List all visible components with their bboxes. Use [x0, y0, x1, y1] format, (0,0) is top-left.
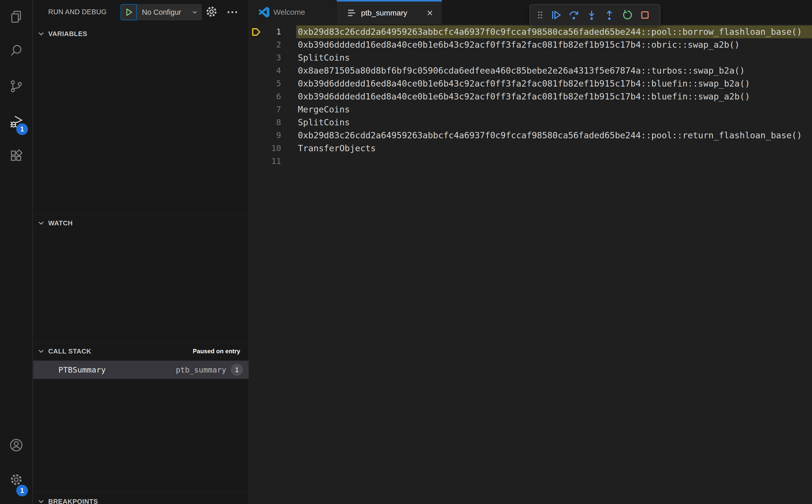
code-line[interactable]: 20xb39d6dddedd16ed8a40ce0b1e6b43c92acf0f…: [249, 38, 812, 51]
account-icon: [9, 438, 23, 452]
run-config-combo: No Configur: [121, 4, 202, 20]
line-text: 0xb39d6dddedd16ed8a40ce0b1e6b43c92acf0ff…: [298, 77, 750, 90]
line-number[interactable]: 7: [249, 103, 281, 116]
debug-badge: 1: [16, 123, 28, 135]
step-into-button[interactable]: [584, 7, 600, 23]
activity-item-accounts[interactable]: [0, 433, 32, 457]
variables-section-label: VARIABLES: [48, 30, 87, 38]
line-number[interactable]: 4: [249, 64, 281, 77]
vscode-window: 1 1 RUN AND DEBUG: [0, 0, 812, 504]
chevron-down-icon: [37, 347, 45, 356]
activity-item-source-control[interactable]: [0, 74, 32, 98]
step-over-icon: [568, 9, 580, 21]
tab-label: ptb_summary: [361, 9, 407, 17]
debug-settings-button[interactable]: [205, 5, 219, 19]
line-text: MergeCoins: [298, 103, 350, 116]
line-number[interactable]: 1: [249, 25, 281, 38]
code-line[interactable]: 90xb29d83c26cdd2a64959263abbcfc4a6937f0c…: [249, 129, 812, 142]
restart-button[interactable]: [619, 7, 635, 23]
code-line[interactable]: 60xb39d6dddedd16ed8a40ce0b1e6b43c92acf0f…: [249, 90, 812, 103]
line-text: 0xb39d6dddedd16ed8a40ce0b1e6b43c92acf0ff…: [298, 90, 750, 103]
run-config-label: No Configur: [142, 8, 189, 16]
chevron-down-icon: [37, 219, 45, 227]
list-icon: [346, 8, 357, 18]
ellipsis-icon: [226, 6, 239, 19]
watch-section: WATCH: [33, 214, 248, 230]
line-text: 0xb29d83c26cdd2a64959263abbcfc4a6937f0c9…: [298, 129, 802, 142]
run-and-debug-sidebar: RUN AND DEBUG No Configur: [33, 0, 249, 504]
breakpoints-section-header[interactable]: BREAKPOINTS: [33, 494, 248, 504]
code-line[interactable]: 50xb39d6dddedd16ed8a40ce0b1e6b43c92acf0f…: [249, 77, 812, 90]
frame-file: ptb_summary: [176, 365, 226, 374]
call-stack-frame-row[interactable]: PTBSummaryptb_summary1: [33, 361, 248, 379]
call-stack-section-header[interactable]: CALL STACK Paused on entry: [33, 344, 248, 359]
search-icon: [9, 44, 23, 58]
call-stack-status: Paused on entry: [193, 348, 240, 355]
call-stack-frames: PTBSummaryptb_summary1: [33, 361, 248, 379]
activity-item-explorer[interactable]: [0, 5, 32, 29]
step-over-button[interactable]: [566, 7, 582, 23]
activity-item-extensions[interactable]: [0, 144, 32, 168]
code-line[interactable]: 7MergeCoins: [249, 103, 812, 116]
line-text: TransferObjects: [298, 142, 376, 155]
frame-name: PTBSummary: [58, 365, 106, 374]
line-number[interactable]: 5: [249, 77, 281, 90]
line-number[interactable]: 3: [249, 51, 281, 64]
stop-icon: [639, 9, 651, 21]
activity-item-search[interactable]: [0, 39, 32, 63]
line-text: 0xb39d6dddedd16ed8a40ce0b1e6b43c92acf0ff…: [298, 38, 740, 51]
line-number[interactable]: 10: [249, 142, 281, 155]
step-out-icon: [604, 9, 615, 21]
line-text: 0xb29d83c26cdd2a64959263abbcfc4a6937f0c9…: [298, 25, 802, 38]
debug-toolbar: [530, 4, 660, 26]
call-stack-section-label: CALL STACK: [48, 347, 91, 355]
close-icon[interactable]: [425, 8, 435, 18]
frame-badge: 1: [231, 364, 243, 376]
activity-bar: 1 1: [0, 0, 33, 504]
code-line[interactable]: 10xb29d83c26cdd2a64959263abbcfc4a6937f0c…: [249, 25, 812, 38]
line-number[interactable]: 6: [249, 90, 281, 103]
run-config-dropdown[interactable]: No Configur: [137, 4, 202, 20]
line-number[interactable]: 9: [249, 129, 281, 142]
tab-label: Welcome: [273, 8, 305, 16]
source-control-icon: [9, 79, 23, 93]
line-text: SplitCoins: [298, 116, 350, 129]
step-out-button[interactable]: [602, 7, 617, 23]
extensions-icon: [9, 149, 23, 163]
tab-welcome[interactable]: Welcome: [249, 0, 337, 24]
line-number[interactable]: 2: [249, 38, 281, 51]
start-debugging-button[interactable]: [121, 4, 137, 20]
sidebar-header: RUN AND DEBUG No Configur: [33, 0, 248, 24]
continue-icon: [550, 9, 562, 21]
settings-badge: 1: [16, 485, 28, 496]
variables-section-header[interactable]: VARIABLES: [33, 26, 248, 41]
files-icon: [9, 10, 23, 24]
code-line[interactable]: 40x8ae871505a80d8bf6bf9c05906cda6edfeea4…: [249, 64, 812, 77]
chevron-down-icon: [37, 29, 45, 38]
code-line[interactable]: 11: [249, 155, 812, 168]
watch-section-header[interactable]: WATCH: [33, 216, 248, 230]
sidebar-title: RUN AND DEBUG: [48, 0, 107, 24]
code-editor[interactable]: 10xb29d83c26cdd2a64959263abbcfc4a6937f0c…: [249, 24, 812, 504]
line-number[interactable]: 11: [249, 155, 281, 168]
restart-icon: [621, 9, 633, 21]
chevron-down-icon: [37, 497, 45, 504]
views-more-actions-button[interactable]: [224, 5, 240, 19]
stop-button[interactable]: [637, 7, 653, 23]
code-line[interactable]: 8SplitCoins: [249, 116, 812, 129]
variables-section: VARIABLES: [33, 26, 248, 41]
breakpoints-section-label: BREAKPOINTS: [48, 498, 98, 504]
chevron-down-icon: [191, 9, 198, 16]
line-text: 0x8ae871505a80d8bf6bf9c05906cda6edfeea46…: [298, 64, 745, 77]
drag-handle-icon[interactable]: [534, 8, 546, 22]
tab-ptb-summary[interactable]: ptb_summary: [337, 0, 442, 24]
play-icon: [124, 7, 134, 17]
watch-section-label: WATCH: [48, 219, 73, 227]
step-into-icon: [586, 9, 598, 21]
line-number[interactable]: 8: [249, 116, 281, 129]
editor-group: Welcome ptb_summary 10xb29d83c26cdd2a: [249, 0, 812, 504]
code-line[interactable]: 10TransferObjects: [249, 142, 812, 155]
code-line[interactable]: 3SplitCoins: [249, 51, 812, 64]
continue-button[interactable]: [548, 7, 564, 23]
call-stack-section: CALL STACK Paused on entry PTBSummaryptb…: [33, 342, 248, 379]
